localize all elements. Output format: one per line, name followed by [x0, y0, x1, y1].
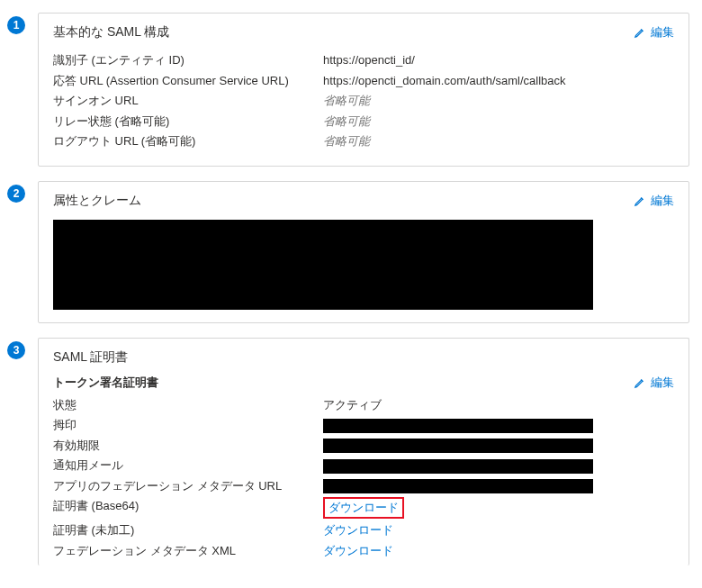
section-basic-saml: 1 基本的な SAML 構成 編集 識別子 (エンティティ ID) https:…	[7, 13, 689, 167]
download-link-fedxml[interactable]: ダウンロード	[323, 544, 393, 557]
redacted-value	[323, 419, 593, 433]
pencil-icon	[634, 194, 646, 207]
row-label: サインオン URL	[53, 92, 323, 110]
highlight-box: ダウンロード	[323, 497, 404, 519]
row-reply-url: 応答 URL (Assertion Consumer Service URL) …	[53, 72, 674, 90]
card-saml-cert: SAML 証明書 トークン署名証明書 編集 状態 アクティブ 拇印 有効期限 通…	[38, 338, 689, 566]
subhead-token-signing: トークン署名証明書	[53, 375, 158, 391]
row-cert-base64: 証明書 (Base64) ダウンロード	[53, 497, 674, 519]
download-link-base64[interactable]: ダウンロード	[328, 501, 399, 514]
redacted-value	[323, 479, 593, 493]
row-fed-metadata-url: アプリのフェデレーション メタデータ URL	[53, 477, 674, 495]
redacted-value	[323, 459, 593, 474]
edit-button[interactable]: 編集	[634, 375, 674, 391]
step-badge-2: 2	[7, 185, 25, 203]
edit-button[interactable]: 編集	[634, 24, 674, 41]
row-thumbprint: 拇印	[53, 416, 674, 434]
row-label: 拇印	[53, 416, 323, 434]
row-value: 省略可能	[323, 92, 674, 110]
edit-label: 編集	[651, 375, 674, 391]
download-link-raw[interactable]: ダウンロード	[323, 523, 393, 537]
basic-saml-rows: 識別子 (エンティティ ID) https://opencti_id/ 応答 U…	[53, 51, 674, 150]
section-saml-cert: 3 SAML 証明書 トークン署名証明書 編集 状態 アクティブ 拇印 有効期限…	[7, 338, 689, 566]
card-basic-saml: 基本的な SAML 構成 編集 識別子 (エンティティ ID) https://…	[38, 13, 689, 167]
row-label: アプリのフェデレーション メタデータ URL	[53, 477, 323, 495]
section-attributes-claims: 2 属性とクレーム 編集	[7, 181, 689, 323]
card-title: 属性とクレーム	[53, 193, 141, 209]
pencil-icon	[634, 376, 646, 389]
redacted-block	[53, 220, 593, 310]
redacted-value	[323, 439, 593, 453]
edit-label: 編集	[651, 193, 674, 209]
card-header: 属性とクレーム 編集	[53, 193, 674, 209]
row-expiry: 有効期限	[53, 437, 674, 455]
card-attributes-claims: 属性とクレーム 編集	[38, 181, 689, 323]
row-notify-email: 通知用メール	[53, 457, 674, 475]
row-identifier: 識別子 (エンティティ ID) https://opencti_id/	[53, 51, 674, 69]
row-fed-xml: フェデレーション メタデータ XML ダウンロード	[53, 542, 674, 560]
row-label: 識別子 (エンティティ ID)	[53, 51, 323, 69]
row-label: 証明書 (未加工)	[53, 521, 323, 539]
row-value: 省略可能	[323, 113, 674, 131]
step-badge-1: 1	[7, 16, 25, 34]
row-label: リレー状態 (省略可能)	[53, 113, 323, 131]
row-signon-url: サインオン URL 省略可能	[53, 92, 674, 110]
row-label: フェデレーション メタデータ XML	[53, 542, 323, 560]
edit-button[interactable]: 編集	[634, 193, 674, 209]
row-label: 応答 URL (Assertion Consumer Service URL)	[53, 72, 323, 90]
step-badge-3: 3	[7, 341, 25, 359]
row-label: ログアウト URL (省略可能)	[53, 132, 323, 150]
row-relay-state: リレー状態 (省略可能) 省略可能	[53, 113, 674, 131]
edit-label: 編集	[651, 24, 674, 41]
row-label: 通知用メール	[53, 457, 323, 475]
card-title: 基本的な SAML 構成	[53, 24, 169, 41]
row-value: https://opencti_id/	[323, 51, 674, 69]
row-value: 省略可能	[323, 132, 674, 150]
row-logout-url: ログアウト URL (省略可能) 省略可能	[53, 132, 674, 150]
row-cert-raw: 証明書 (未加工) ダウンロード	[53, 521, 674, 539]
row-label: 状態	[53, 396, 323, 414]
row-value: アクティブ	[323, 396, 674, 414]
row-label: 証明書 (Base64)	[53, 497, 323, 519]
row-label: 有効期限	[53, 437, 323, 455]
pencil-icon	[634, 26, 646, 39]
card-title: SAML 証明書	[53, 349, 674, 366]
card-header: 基本的な SAML 構成 編集	[53, 24, 674, 41]
row-status: 状態 アクティブ	[53, 396, 674, 414]
row-value: https://opencti_domain.com/auth/saml/cal…	[323, 72, 674, 90]
